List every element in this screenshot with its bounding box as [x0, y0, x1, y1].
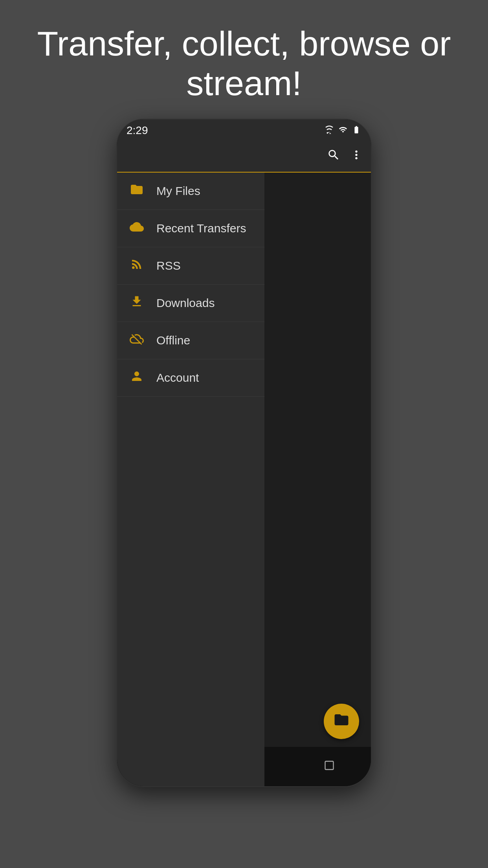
rss-icon: [128, 257, 145, 275]
sidebar-item-rss[interactable]: RSS: [117, 247, 264, 285]
cloud-icon: [128, 220, 145, 237]
status-time: 2:29: [127, 124, 148, 137]
folder-icon: [128, 182, 145, 200]
main-content: [264, 173, 371, 786]
download-icon: [128, 294, 145, 312]
status-bar: 2:29: [117, 120, 371, 141]
more-options-button[interactable]: [350, 148, 363, 165]
sidebar-item-label-offline: Offline: [156, 334, 190, 347]
sidebar-item-label-my-files: My Files: [156, 184, 200, 198]
sidebar-item-offline[interactable]: Offline: [117, 322, 264, 359]
recent-apps-button[interactable]: [324, 760, 335, 774]
signal-icon: [339, 125, 347, 136]
fab-button[interactable]: [324, 704, 359, 739]
sidebar-item-label-recent-transfers: Recent Transfers: [156, 222, 246, 235]
fab-folder-icon: [333, 712, 350, 732]
sidebar-item-label-downloads: Downloads: [156, 296, 215, 310]
app-header: [117, 141, 371, 173]
navigation-drawer: My Files Recent Transfers RSS: [117, 173, 264, 786]
sidebar-item-label-rss: RSS: [156, 259, 181, 272]
search-button[interactable]: [327, 148, 340, 165]
sidebar-item-my-files[interactable]: My Files: [117, 173, 264, 210]
hero-title: Transfer, collect, browse or stream!: [0, 0, 488, 119]
svg-rect-1: [325, 761, 333, 769]
wifi-icon: [324, 125, 335, 136]
account-icon: [128, 369, 145, 387]
status-icons: [324, 125, 361, 136]
battery-icon: [351, 125, 361, 136]
sidebar-item-downloads[interactable]: Downloads: [117, 285, 264, 322]
offline-icon: [128, 332, 145, 349]
phone-mockup: 2:29: [116, 119, 372, 787]
sidebar-item-recent-transfers[interactable]: Recent Transfers: [117, 210, 264, 247]
sidebar-item-account[interactable]: Account: [117, 359, 264, 397]
sidebar-item-label-account: Account: [156, 371, 199, 384]
header-actions: [327, 148, 363, 165]
